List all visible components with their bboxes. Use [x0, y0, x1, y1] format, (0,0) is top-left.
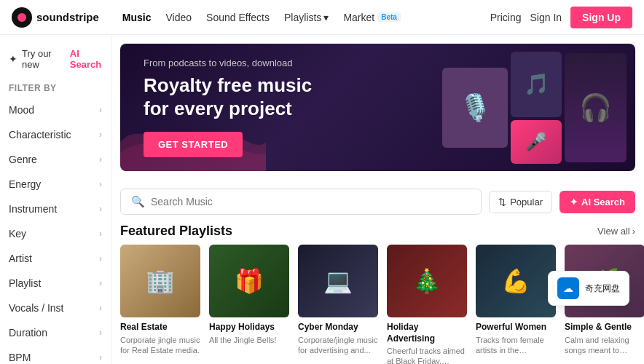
hero-image-4: 🎧: [565, 53, 627, 162]
playlist-title-real-estate: Real Estate: [120, 322, 200, 333]
chevron-icon: ›: [99, 352, 102, 363]
sidebar-item-mood[interactable]: Mood ›: [0, 98, 111, 122]
key-label: Key: [9, 228, 26, 240]
navbar: soundstripe Music Video Sound Effects Pl…: [0, 0, 644, 35]
hero-title: Royalty free music for every project: [144, 74, 410, 119]
nav-playlists[interactable]: Playlists ▾: [284, 12, 329, 23]
sparkle-icon: ✦: [570, 197, 578, 207]
overlay-text: 奇充网盘: [585, 282, 620, 295]
pricing-link[interactable]: Pricing: [490, 12, 522, 23]
playlist-card-happy-holidays[interactable]: 🎁 Happy Holidays All the Jingle Bells!: [209, 245, 289, 364]
featured-title: Featured Playlists: [120, 223, 232, 239]
view-all-label: View all: [597, 226, 630, 237]
hero-image-3: 🎤: [511, 120, 562, 164]
sidebar-item-instrument[interactable]: Instrument ›: [0, 197, 111, 221]
sidebar-item-genre[interactable]: Genre ›: [0, 147, 111, 172]
ai-search-banner[interactable]: ✦ Try our new AI Search: [0, 42, 111, 76]
logo-text: soundstripe: [36, 11, 99, 23]
chevron-icon: ›: [99, 303, 102, 313]
chevron-icon: ›: [99, 278, 102, 288]
sidebar-item-bpm[interactable]: BPM ›: [0, 345, 111, 364]
signin-link[interactable]: Sign In: [530, 12, 562, 23]
playlist-desc-cyber-monday: Corporate/jingle music for advertising a…: [298, 335, 378, 356]
nav-links: Music Video Sound Effects Playlists ▾ Ma…: [122, 12, 473, 23]
hero-image-1: 🎙️: [442, 68, 508, 148]
ai-search-button[interactable]: ✦ AI Search: [559, 191, 635, 213]
search-box[interactable]: 🔍: [120, 189, 482, 215]
hero-content: From podcasts to videos, download Royalt…: [120, 44, 433, 171]
playlist-title-simple-gentle: Simple & Gentle: [565, 322, 644, 333]
nav-right: Pricing Sign In Sign Up: [490, 7, 632, 28]
layout: ✦ Try our new AI Search Filter By Mood ›…: [0, 35, 644, 364]
cloud-icon: ☁: [557, 277, 579, 299]
ai-search-try-label: Try our new: [22, 48, 58, 70]
mood-label: Mood: [9, 104, 34, 116]
overlay-tooltip: ☁ 奇充网盘: [548, 271, 629, 306]
playlist-thumb-cyber-monday: 💻: [298, 245, 378, 317]
sidebar-item-artist[interactable]: Artist ›: [0, 246, 111, 271]
ai-search-label: AI Search: [581, 197, 625, 207]
hero-images: 🎙️ 🎵 🎤 🎧: [433, 44, 635, 171]
playlist-thumb-real-estate: 🏢: [120, 245, 200, 317]
chevron-icon: ›: [99, 105, 102, 115]
playlist-thumb-happy-holidays: 🎁: [209, 245, 289, 317]
chevron-icon: ›: [99, 154, 102, 165]
playlist-card-holiday-advertising[interactable]: 🎄 Holiday Advertising Cheerful tracks ai…: [387, 245, 467, 364]
sort-button[interactable]: ⇅ Popular: [489, 191, 552, 213]
main-content: From podcasts to videos, download Royalt…: [111, 35, 644, 364]
playlist-emoji-real-estate: 🏢: [120, 245, 200, 317]
playlist-label: Playlist: [9, 277, 41, 289]
sidebar-item-vocals-inst[interactable]: Vocals / Inst ›: [0, 296, 111, 320]
genre-label: Genre: [9, 154, 37, 165]
playlist-card-real-estate[interactable]: 🏢 Real Estate Corporate jingle music for…: [120, 245, 200, 364]
chevron-right-icon: ›: [632, 226, 635, 237]
nav-sound-effects[interactable]: Sound Effects: [206, 12, 270, 23]
ai-search-link[interactable]: AI Search: [70, 48, 102, 70]
nav-music[interactable]: Music: [122, 12, 152, 23]
playlist-emoji-powerful-women: 💪: [476, 245, 556, 317]
playlist-title-powerful-women: Powerful Women: [476, 322, 556, 333]
bpm-label: BPM: [9, 352, 31, 363]
sidebar-item-key[interactable]: Key ›: [0, 221, 111, 246]
sidebar-item-energy[interactable]: Energy ›: [0, 172, 111, 197]
nav-video[interactable]: Video: [166, 12, 192, 23]
sidebar-item-characteristic[interactable]: Characteristic ›: [0, 122, 111, 147]
playlist-title-cyber-monday: Cyber Monday: [298, 322, 378, 333]
svg-point-0: [17, 13, 26, 22]
vocals-inst-label: Vocals / Inst: [9, 302, 63, 314]
logo[interactable]: soundstripe: [12, 7, 99, 28]
playlist-emoji-happy-holidays: 🎁: [209, 245, 289, 317]
chevron-icon: ›: [99, 253, 102, 264]
signup-button[interactable]: Sign Up: [570, 7, 632, 28]
playlist-card-powerful-women[interactable]: 💪 Powerful Women Tracks from female arti…: [476, 245, 556, 364]
search-icon: 🔍: [131, 195, 145, 208]
characteristic-label: Characteristic: [9, 129, 71, 141]
nav-market[interactable]: Market Beta: [343, 12, 400, 23]
sidebar-item-duration[interactable]: Duration ›: [0, 320, 111, 345]
playlist-emoji-cyber-monday: 💻: [298, 245, 378, 317]
filter-by-label: Filter By: [0, 76, 111, 98]
instrument-label: Instrument: [9, 203, 57, 215]
hero-image-2: 🎵: [511, 52, 562, 117]
sort-icon: ⇅: [498, 197, 506, 207]
playlist-desc-powerful-women: Tracks from female artists in the Sounds…: [476, 335, 556, 356]
playlist-card-cyber-monday[interactable]: 💻 Cyber Monday Corporate/jingle music fo…: [298, 245, 378, 364]
view-all-link[interactable]: View all ›: [597, 226, 635, 237]
hero-title-bold: for every project: [144, 98, 292, 119]
hero-title-normal: Royalty free music: [144, 74, 312, 96]
chevron-icon: ›: [99, 204, 102, 214]
playlist-desc-holiday-advertising: Cheerful tracks aimed at Black Friday, C…: [387, 346, 467, 364]
playlist-thumb-holiday-advertising: 🎄: [387, 245, 467, 317]
search-input[interactable]: [151, 196, 471, 207]
get-started-button[interactable]: GET STARTED: [144, 132, 243, 157]
chevron-icon: ›: [99, 229, 102, 239]
sidebar: ✦ Try our new AI Search Filter By Mood ›…: [0, 35, 111, 364]
playlist-desc-real-estate: Corporate jingle music for Real Estate m…: [120, 335, 200, 356]
energy-label: Energy: [9, 178, 41, 190]
chevron-down-icon: ▾: [323, 12, 329, 23]
chevron-icon: ›: [99, 179, 102, 189]
playlist-title-holiday-advertising: Holiday Advertising: [387, 322, 467, 344]
chevron-icon: ›: [99, 130, 102, 140]
sparkle-icon: ✦: [9, 53, 17, 65]
sidebar-item-playlist[interactable]: Playlist ›: [0, 271, 111, 296]
